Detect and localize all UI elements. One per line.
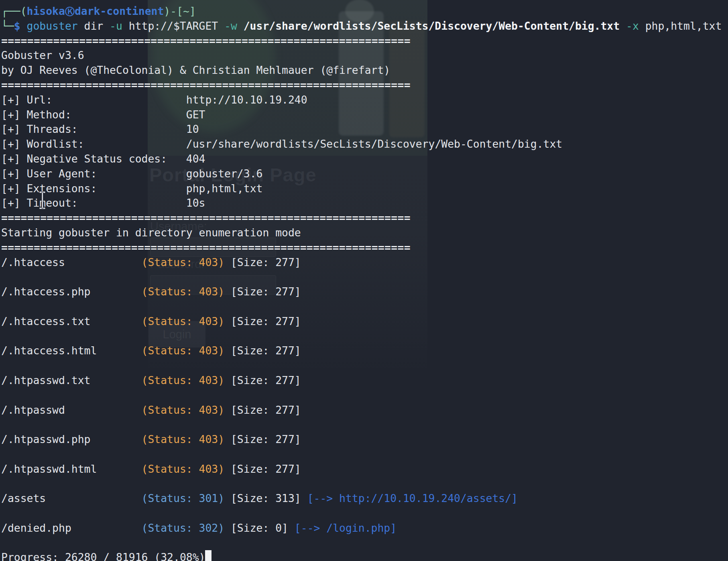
prompt-host: dark-continent — [75, 5, 164, 17]
command-subcommand: dir — [84, 20, 104, 32]
config-label: [+] Method: — [1, 108, 186, 122]
desktop: { "colors": { "terminal_bg": "#20242e", … — [0, 0, 728, 561]
blank-line — [1, 388, 728, 403]
result-path: /.htpasswd.txt — [1, 373, 142, 388]
config-row-wordlist: [+] Wordlist:/usr/share/wordlists/SecLis… — [1, 137, 728, 152]
result-status: (Status: 403) — [142, 463, 225, 475]
result-redirect: [--> /login.php] — [295, 522, 397, 534]
separator-line: ========================================… — [1, 34, 728, 49]
terminal-window[interactable]: ┌──(hisokaⓀdark-continent)-[~] └─$gobust… — [0, 0, 728, 561]
result-row: /.htpasswd(Status: 403)[Size: 277] — [1, 403, 728, 418]
config-value: GET — [186, 108, 205, 121]
result-path: /.htaccess.php — [1, 285, 142, 299]
config-label: [+] Negative Status codes: — [1, 152, 186, 167]
config-value: 10 — [186, 123, 199, 135]
blank-line — [1, 506, 728, 521]
terminal-block-cursor — [205, 550, 211, 561]
config-label: [+] Threads: — [1, 122, 186, 137]
separator-line: ========================================… — [1, 211, 728, 226]
prompt-line-1: ┌──(hisokaⓀdark-continent)-[~] — [1, 4, 728, 19]
result-status: (Status: 403) — [142, 374, 225, 386]
result-status: (Status: 403) — [142, 433, 225, 445]
result-status: (Status: 301) — [142, 492, 225, 504]
prompt-frame-open: ┌──( — [1, 5, 27, 17]
result-size: [Size: 277] — [231, 315, 301, 327]
result-row: /.htpasswd.html(Status: 403)[Size: 277] — [1, 462, 728, 477]
config-value: 10s — [186, 197, 205, 209]
result-row: /assets(Status: 301)[Size: 313][--> http… — [1, 491, 728, 506]
config-value: http://10.10.19.240 — [186, 94, 307, 106]
result-row: /.htpasswd.php(Status: 403)[Size: 277] — [1, 432, 728, 447]
blank-line — [1, 299, 728, 314]
flag-u: -u — [110, 20, 122, 32]
config-value: php,html,txt — [186, 182, 263, 195]
result-size: [Size: 277] — [231, 374, 301, 386]
flag-x: -x — [626, 20, 639, 32]
config-row-negative-status: [+] Negative Status codes:404 — [1, 152, 728, 167]
prompt-user: hisoka — [27, 5, 65, 17]
result-path: /.htaccess.txt — [1, 314, 142, 329]
result-path: /.htpasswd.php — [1, 432, 142, 447]
config-value: gobuster/3.6 — [186, 167, 263, 180]
result-path: /denied.php — [1, 521, 142, 536]
starting-line: Starting gobuster in directory enumerati… — [1, 226, 728, 240]
config-row-user-agent: [+] User Agent:gobuster/3.6 — [1, 167, 728, 181]
result-size: [Size: 313] — [231, 492, 301, 504]
command-url: http://$TARGET — [129, 20, 218, 32]
separator-line: ========================================… — [1, 240, 728, 255]
result-path: /.htpasswd — [1, 403, 142, 418]
result-size: [Size: 277] — [231, 463, 301, 475]
result-status: (Status: 403) — [142, 256, 225, 268]
progress-line: Progress: 26280 / 81916 (32.08%) — [1, 550, 728, 561]
config-value: 404 — [186, 152, 205, 165]
separator-line: ========================================… — [1, 78, 728, 93]
blank-line — [1, 447, 728, 462]
result-status: (Status: 403) — [142, 285, 225, 298]
result-status: (Status: 403) — [142, 404, 225, 416]
result-size: [Size: 277] — [231, 404, 301, 416]
result-path: /.htaccess — [1, 255, 142, 270]
config-row-extensions: [+] Extensions:php,html,txt — [1, 181, 728, 196]
blank-line — [1, 417, 728, 432]
config-row-method: [+] Method:GET — [1, 108, 728, 122]
command-program: gobuster — [27, 20, 78, 32]
banner-authors-line: by OJ Reeves (@TheColonial) & Christian … — [1, 63, 728, 78]
config-row-threads: [+] Threads:10 — [1, 122, 728, 137]
command-extensions: php,html,txt — [645, 20, 722, 32]
blank-line — [1, 329, 728, 344]
command-line: └─$gobusterdir-uhttp://$TARGET-w/usr/sha… — [1, 19, 728, 34]
blank-line — [1, 270, 728, 285]
result-row: /.htpasswd.txt(Status: 403)[Size: 277] — [1, 373, 728, 388]
blank-line — [1, 358, 728, 373]
prompt-frame-close: )-[~] — [164, 5, 195, 17]
config-label: [+] Wordlist: — [1, 137, 186, 152]
config-label: [+] Url: — [1, 93, 186, 108]
prompt-frame-line2: └─ — [1, 20, 14, 32]
config-row-url: [+] Url:http://10.10.19.240 — [1, 93, 728, 108]
result-path: /.htpasswd.html — [1, 462, 142, 477]
result-status: (Status: 302) — [142, 522, 225, 534]
result-size: [Size: 277] — [231, 256, 301, 268]
progress-text: Progress: 26280 / 81916 (32.08%) — [1, 551, 205, 561]
result-size: [Size: 0] — [231, 522, 288, 534]
config-value: /usr/share/wordlists/SecLists/Discovery/… — [186, 138, 562, 150]
prompt-dollar: $ — [14, 20, 20, 32]
result-size: [Size: 277] — [231, 433, 301, 445]
mouse-ibeam-cursor — [39, 191, 47, 209]
config-label: [+] User Agent: — [1, 167, 186, 181]
result-path: /assets — [1, 491, 142, 506]
result-redirect: [--> http://10.10.19.240/assets/] — [307, 492, 518, 504]
blank-line — [1, 536, 728, 551]
result-row: /.htaccess.txt(Status: 403)[Size: 277] — [1, 314, 728, 329]
config-row-timeout: [+] Timeout:10s — [1, 196, 728, 211]
result-row: /.htaccess(Status: 403)[Size: 277] — [1, 255, 728, 270]
result-status: (Status: 403) — [142, 315, 225, 327]
config-label: [+] Extensions: — [1, 181, 186, 196]
kali-user-host-icon: Ⓚ — [65, 6, 75, 17]
result-status: (Status: 403) — [142, 344, 225, 357]
banner-version-line: Gobuster v3.6 — [1, 48, 728, 63]
result-row: /.htaccess.php(Status: 403)[Size: 277] — [1, 285, 728, 299]
result-row: /.htaccess.html(Status: 403)[Size: 277] — [1, 344, 728, 358]
result-size: [Size: 277] — [231, 344, 301, 357]
command-wordlist: /usr/share/wordlists/SecLists/Discovery/… — [244, 20, 620, 32]
